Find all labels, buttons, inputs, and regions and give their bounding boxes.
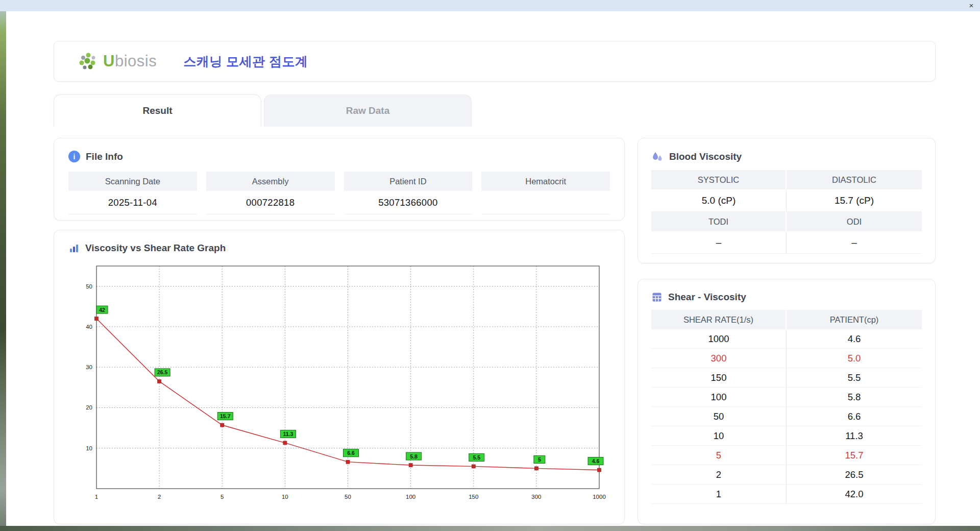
svg-text:20: 20 — [86, 404, 92, 411]
svg-text:100: 100 — [406, 494, 415, 500]
svg-text:2: 2 — [158, 494, 161, 500]
shear-table-row: 142.0 — [651, 485, 922, 504]
droplets-icon — [651, 151, 664, 163]
bv-value-todi: – — [651, 231, 787, 254]
field-value: 000722818 — [206, 191, 335, 214]
ubiosis-logo: Ubiosis — [78, 51, 157, 71]
svg-text:40: 40 — [86, 324, 92, 330]
desktop-background-strip — [0, 0, 6, 531]
graph-title: Viscosity vs Shear Rate Graph — [85, 243, 226, 254]
svg-text:150: 150 — [469, 494, 478, 500]
graph-title-row: Viscosity vs Shear Rate Graph — [68, 243, 610, 254]
shear-viscosity-title-row: Shear - Viscosity — [651, 292, 922, 303]
svg-text:5.8: 5.8 — [410, 453, 418, 460]
svg-text:4.6: 4.6 — [592, 458, 600, 464]
patient-header: PATIENT(cp) — [787, 310, 922, 329]
shear-table-row: 506.6 — [651, 407, 922, 426]
svg-text:5: 5 — [220, 494, 224, 500]
logo-letter-u: U — [103, 52, 115, 70]
file-info-fields: Scanning Date2025-11-04Assembly000722818… — [68, 172, 610, 214]
shear-rate-cell: 2 — [651, 465, 787, 485]
right-column: Blood Viscosity SYSTOLIC DIASTOLIC 5.0 (… — [638, 138, 936, 524]
svg-text:10: 10 — [86, 445, 92, 451]
svg-text:1000: 1000 — [593, 494, 606, 500]
bv-header-systolic: SYSTOLIC — [651, 170, 787, 189]
blood-viscosity-card: Blood Viscosity SYSTOLIC DIASTOLIC 5.0 (… — [638, 138, 936, 263]
svg-text:5: 5 — [538, 456, 541, 463]
shear-viscosity-table: SHEAR RATE(1/s) PATIENT(cp) 10004.63005.… — [651, 310, 922, 504]
shear-rate-header: SHEAR RATE(1/s) — [651, 310, 787, 329]
shear-table-row: 1505.5 — [651, 368, 922, 388]
bv-value-row-2: – – — [651, 231, 922, 254]
patient-viscosity-cell: 26.5 — [787, 465, 922, 485]
app-window: Ubiosis 스캐닝 모세관 점도계 Result Raw Data i Fi… — [6, 11, 980, 526]
screen: × Ubiosis 스캐닝 모세관 점도계 Resul — [0, 0, 980, 531]
bar-chart-icon — [68, 243, 80, 254]
file-info-field: Patient ID53071366000 — [344, 172, 473, 214]
patient-viscosity-cell: 11.3 — [787, 426, 922, 446]
shear-table-header: SHEAR RATE(1/s) PATIENT(cp) — [651, 310, 922, 329]
left-column: i File Info Scanning Date2025-11-04Assem… — [54, 138, 625, 524]
file-info-field: Assembly000722818 — [206, 172, 335, 214]
patient-viscosity-cell: 42.0 — [787, 485, 922, 504]
shear-rate-cell: 10 — [651, 426, 787, 446]
shear-table-row: 515.7 — [651, 446, 922, 465]
bv-header-row-1: SYSTOLIC DIASTOLIC — [651, 170, 922, 189]
info-icon: i — [68, 151, 80, 162]
file-info-card: i File Info Scanning Date2025-11-04Assem… — [54, 138, 625, 221]
svg-text:300: 300 — [531, 494, 541, 500]
field-label: Assembly — [206, 172, 335, 191]
shear-rate-cell: 5 — [651, 446, 787, 465]
blood-viscosity-table: SYSTOLIC DIASTOLIC 5.0 (cP) 15.7 (cP) TO… — [651, 170, 922, 254]
shear-viscosity-title: Shear - Viscosity — [668, 292, 746, 303]
graph-card: Viscosity vs Shear Rate Graph 1020304050… — [54, 230, 625, 524]
desktop-background-bottom-strip — [0, 526, 980, 531]
shear-table-row: 226.5 — [651, 465, 922, 485]
logo-dots-icon — [78, 51, 98, 71]
field-label: Patient ID — [344, 172, 473, 191]
field-value — [481, 191, 610, 214]
tab-raw-data[interactable]: Raw Data — [264, 94, 472, 127]
patient-viscosity-cell: 5.5 — [787, 368, 922, 388]
shear-rate-cell: 100 — [651, 388, 787, 407]
file-info-title-row: i File Info — [68, 151, 610, 162]
tab-raw-data-label: Raw Data — [346, 105, 390, 116]
shear-rate-cell: 1 — [651, 485, 787, 504]
bv-value-systolic: 5.0 (cP) — [651, 189, 787, 212]
field-label: Scanning Date — [68, 172, 197, 191]
file-info-field: Hematocrit — [481, 172, 610, 214]
main-content: i File Info Scanning Date2025-11-04Assem… — [54, 138, 936, 524]
file-info-title: File Info — [86, 151, 123, 162]
svg-text:11.3: 11.3 — [283, 431, 293, 437]
logo-letters-rest: biosis — [115, 52, 157, 70]
patient-viscosity-cell: 5.8 — [787, 388, 922, 407]
svg-text:30: 30 — [86, 364, 92, 370]
tab-result-label: Result — [142, 105, 172, 116]
page-title: 스캐닝 모세관 점도계 — [183, 53, 308, 70]
bv-value-row-1: 5.0 (cP) 15.7 (cP) — [651, 189, 922, 212]
shear-table-body: 10004.63005.01505.51005.8506.61011.3515.… — [651, 329, 922, 504]
bv-value-diastolic: 15.7 (cP) — [787, 189, 922, 212]
file-info-field: Scanning Date2025-11-04 — [68, 172, 197, 214]
svg-text:26.5: 26.5 — [157, 369, 168, 375]
close-icon[interactable]: × — [963, 0, 980, 11]
window-titlebar: × — [0, 0, 980, 11]
shear-table-row: 1011.3 — [651, 426, 922, 446]
svg-text:50: 50 — [86, 283, 92, 289]
bv-header-diastolic: DIASTOLIC — [787, 170, 922, 189]
viscosity-shear-chart: 1020304050125105010015030010004226.515.7… — [68, 258, 611, 508]
svg-text:42: 42 — [99, 307, 105, 313]
tab-result[interactable]: Result — [54, 94, 261, 127]
shear-table-row: 1005.8 — [651, 388, 922, 407]
grid-table-icon — [651, 292, 663, 303]
field-value: 53071366000 — [344, 191, 473, 214]
bv-header-todi: TODI — [651, 212, 787, 231]
patient-viscosity-cell: 15.7 — [787, 446, 922, 465]
svg-text:50: 50 — [345, 494, 351, 500]
patient-viscosity-cell: 4.6 — [787, 329, 922, 349]
shear-rate-cell: 50 — [651, 407, 787, 426]
patient-viscosity-cell: 6.6 — [787, 407, 922, 426]
field-value: 2025-11-04 — [68, 191, 197, 214]
svg-text:10: 10 — [282, 494, 288, 500]
blood-viscosity-title: Blood Viscosity — [669, 151, 742, 162]
